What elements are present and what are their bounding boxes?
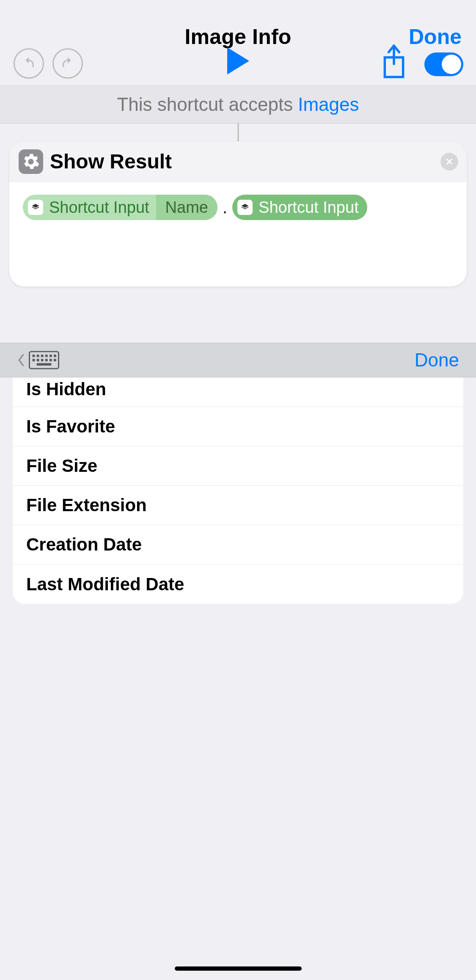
svg-rect-12 (50, 359, 52, 361)
variable-token-shortcut-input[interactable]: Shortcut Input (232, 195, 367, 220)
remove-action-button[interactable] (440, 153, 458, 171)
accepts-prefix: This shortcut accepts (117, 94, 293, 115)
svg-rect-14 (37, 363, 52, 366)
dismiss-keyboard-button[interactable] (17, 351, 59, 369)
chevron-left-icon (17, 353, 25, 367)
svg-rect-2 (33, 355, 35, 357)
keyboard-icon (29, 351, 59, 369)
separator-dot: . (222, 198, 228, 217)
option-is-hidden[interactable]: Is Hidden (13, 377, 463, 407)
toggle-icon (424, 52, 463, 76)
layers-icon (28, 200, 43, 215)
option-file-extension[interactable]: File Extension (13, 486, 463, 525)
svg-rect-6 (50, 355, 52, 357)
svg-rect-9 (37, 359, 39, 361)
variable-token-label: Shortcut Input (47, 198, 156, 217)
page-title: Image Info (184, 25, 291, 49)
action-title: Show Result (50, 150, 172, 173)
action-header: Show Result (9, 141, 467, 182)
done-button[interactable]: Done (409, 25, 462, 49)
undo-icon (14, 48, 44, 79)
svg-rect-10 (41, 359, 44, 361)
undo-button[interactable] (14, 48, 44, 79)
attribute-picker: Is Hidden Is Favorite File Size File Ext… (13, 377, 463, 980)
svg-rect-7 (54, 355, 56, 357)
play-icon (227, 47, 249, 74)
show-result-action: Show Result Shortcut Input Name . Shortc… (9, 141, 467, 286)
option-is-favorite[interactable]: Is Favorite (13, 407, 463, 446)
settings-toggle[interactable] (424, 52, 463, 76)
option-creation-date[interactable]: Creation Date (13, 525, 463, 564)
svg-rect-13 (54, 359, 56, 361)
option-last-modified-date[interactable]: Last Modified Date (13, 564, 463, 604)
action-body[interactable]: Shortcut Input Name . Shortcut Input (9, 182, 467, 233)
option-file-size[interactable]: File Size (13, 446, 463, 486)
accepts-bar: This shortcut accepts Images (0, 85, 476, 124)
close-icon (445, 157, 454, 166)
share-icon (380, 44, 408, 81)
svg-rect-3 (37, 355, 39, 357)
variable-token-label: Shortcut Input (257, 198, 367, 217)
run-button[interactable] (227, 47, 249, 74)
variable-token-shortcut-input-name[interactable]: Shortcut Input Name (23, 195, 217, 220)
home-indicator (175, 966, 302, 971)
accepts-type-link[interactable]: Images (298, 94, 359, 115)
redo-icon (52, 48, 83, 79)
connector-line (237, 124, 239, 142)
keyboard-accessory-bar: Done (0, 343, 476, 377)
svg-rect-11 (45, 359, 48, 361)
share-button[interactable] (380, 44, 408, 81)
layers-icon (237, 200, 253, 215)
keyboard-done-button[interactable]: Done (415, 350, 459, 371)
svg-rect-5 (45, 355, 48, 357)
gear-icon (19, 149, 43, 174)
svg-rect-4 (41, 355, 44, 357)
svg-rect-8 (33, 359, 35, 361)
redo-button[interactable] (52, 48, 83, 79)
variable-token-attribute: Name (156, 195, 217, 220)
